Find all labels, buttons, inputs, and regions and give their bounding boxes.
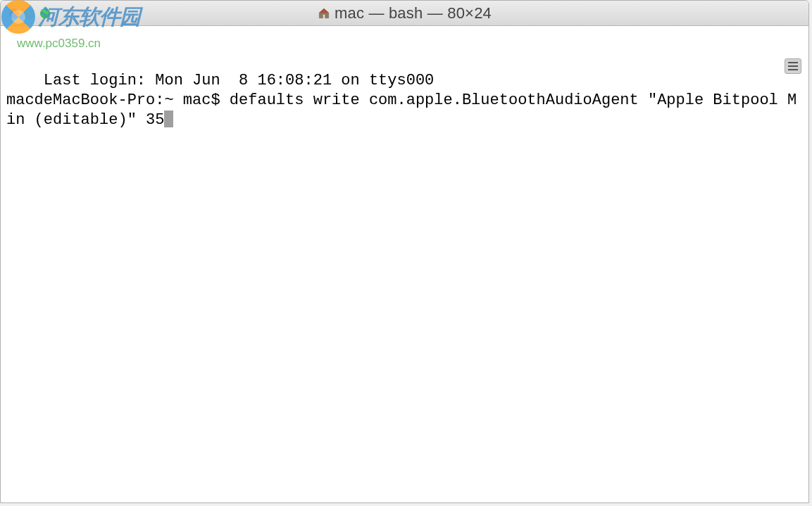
minimize-button[interactable]	[25, 8, 35, 18]
cursor	[164, 110, 173, 127]
title-container: mac — bash — 80×24	[1, 4, 808, 23]
terminal-body[interactable]: Last login: Mon Jun 8 16:08:21 on ttys00…	[1, 26, 808, 502]
close-button[interactable]	[9, 8, 19, 18]
last-login-line: Last login: Mon Jun 8 16:08:21 on ttys00…	[44, 72, 435, 89]
terminal-window: mac — bash — 80×24 Last login: Mon Jun 8…	[0, 0, 809, 503]
home-icon	[318, 7, 330, 20]
traffic-lights	[9, 8, 50, 18]
titlebar[interactable]: mac — bash — 80×24	[1, 1, 808, 26]
hamburger-icon[interactable]	[785, 58, 801, 74]
zoom-button[interactable]	[40, 8, 50, 18]
prompt-text: macdeMacBook-Pro:~ mac$	[6, 91, 230, 109]
window-title: mac — bash — 80×24	[335, 4, 492, 23]
